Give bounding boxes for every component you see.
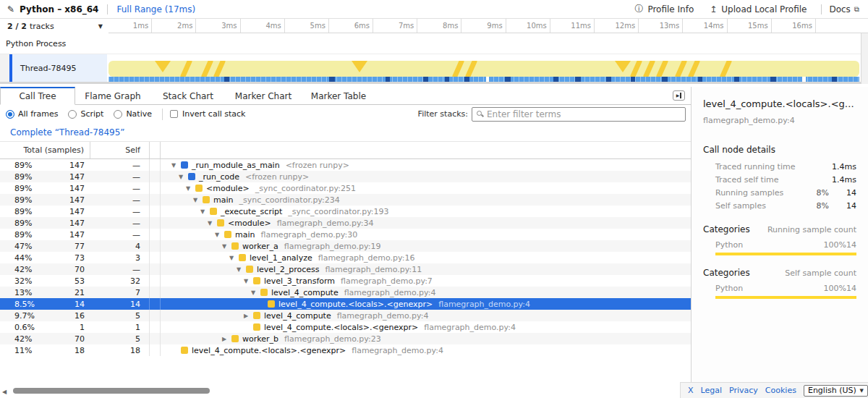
table-row[interactable]: 89%147—▼_run_code<frozen runpy> [0,171,691,182]
breadcrumb[interactable]: Complete “Thread-78495” [10,127,125,137]
docs-link[interactable]: Docs ⧉ [829,4,859,14]
file-location: flamegraph_demo.py:4 [352,346,443,355]
radio-label: Script [80,109,103,119]
expand-arrow-icon[interactable]: ▼ [229,255,239,261]
expand-arrow-icon[interactable]: ▼ [215,232,224,238]
ruler-tick: 2ms [156,19,196,33]
radio-script[interactable]: Script [62,109,108,119]
expand-arrow-icon[interactable]: ▼ [193,197,203,203]
cell-self-samples: 1 [90,321,150,333]
table-row[interactable]: 89%147—▼_run_module_as_main<frozen runpy… [0,159,691,171]
upload-icon: ↥ [710,4,717,14]
scroll-left-arrow-icon[interactable]: ◀ [2,389,7,395]
category-row: Python100%14 [715,238,856,251]
table-row[interactable]: 47%774▼worker_aflamegraph_demo.py:19 [0,240,691,252]
invert-call-stack-checkbox[interactable] [170,110,178,118]
expand-arrow-icon[interactable]: ▼ [200,208,210,215]
radio-all-frames[interactable]: All frames [0,109,62,119]
expand-arrow-icon[interactable]: ▼ [179,174,188,180]
tree-cell: level_4_compute.<locals>.<genexpr>flameg… [161,321,691,333]
expand-arrow-icon[interactable]: ▼ [222,243,231,250]
expand-arrow-icon[interactable]: ▶ [244,313,253,319]
full-range-button[interactable]: Full Range (17ms) [116,4,195,14]
thread-activity-graph[interactable] [109,61,859,77]
table-row[interactable]: 11%1818level_4_compute.<locals>.<genexpr… [0,344,691,356]
table-row[interactable]: 42%70—▼level_2_processflamegraph_demo.py… [0,263,691,275]
process-track[interactable]: Python Process [0,33,861,54]
thread-track-label[interactable]: Thread-78495 [12,54,107,82]
table-row[interactable]: 89%147—▼<module>_sync_coordinator.py:251 [0,182,691,194]
profile-name-group[interactable]: ✎ Python – x86_64 [0,4,98,14]
category-square-icon [239,254,246,261]
profile-info-button[interactable]: ⓘ Profile Info [634,3,694,15]
sidebar-detail-row: Traced running time1.4ms [715,160,856,173]
footer-link-cookies[interactable]: Cookies [765,386,796,395]
expand-arrow-icon[interactable]: ▶ [222,336,231,342]
cell-total-percent: 89% [0,217,40,229]
tree-cell: ▼main_sync_coordinator.py:234 [161,194,691,206]
horizontal-scrollbar-thumb[interactable] [13,388,210,394]
category-color-bar [715,296,856,299]
cell-total-samples: 147 [40,194,90,206]
call-tree-rows: 89%147—▼_run_module_as_main<frozen runpy… [0,159,691,356]
table-row[interactable]: 0.6%11level_4_compute.<locals>.<genexpr>… [0,321,691,333]
column-header-self[interactable]: Self [90,142,150,158]
file-location: _sync_coordinator.py:251 [255,184,356,193]
table-row[interactable]: 9.7%165▶level_4_computeflamegraph_demo.p… [0,310,691,321]
tab-flame-graph[interactable]: Flame Graph [75,87,150,105]
function-name: level_2_process [257,265,319,274]
footer-link-x[interactable]: X [688,386,694,395]
cell-gap [150,240,161,252]
table-row[interactable]: 32%5332▼level_3_transformflamegraph_demo… [0,275,691,287]
category-square-icon [181,347,188,354]
tab-marker-table[interactable]: Marker Table [301,87,376,105]
tab-marker-chart[interactable]: Marker Chart [226,87,301,105]
file-location: flamegraph_demo.py:11 [325,265,422,274]
column-header-total[interactable]: Total (samples) [0,142,90,158]
filter-search-input[interactable] [487,109,681,119]
footer-link-privacy[interactable]: Privacy [729,386,758,395]
cell-total-samples: 147 [40,159,90,171]
expand-arrow-icon[interactable]: ▼ [244,278,253,284]
cell-total-percent: 13% [0,287,40,298]
table-row[interactable]: 89%147—▼_execute_script_sync_coordinator… [0,206,691,217]
table-row[interactable]: 89%147—▼<module>flamegraph_demo.py:34 [0,217,691,229]
expand-arrow-icon[interactable]: ▼ [171,162,181,169]
function-name: level_4_compute [271,288,339,297]
table-row[interactable]: 44%733▼level_1_analyzeflamegraph_demo.py… [0,252,691,263]
table-row[interactable]: 8.5%1414level_4_compute.<locals>.<genexp… [0,298,691,310]
footer-link-legal[interactable]: Legal [701,386,722,395]
expand-arrow-icon[interactable]: ▼ [208,220,217,226]
tracks-dropdown[interactable]: 2 / 2 tracks ▼ [0,19,109,33]
function-name: level_4_compute [264,311,331,321]
cell-gap [150,252,161,263]
upload-profile-button[interactable]: ↥ Upload Local Profile [710,4,807,14]
expand-arrow-icon[interactable]: ▼ [186,185,195,192]
footer-links: XLegalPrivacyCookies [688,386,804,395]
file-location: flamegraph_demo.py:23 [284,334,381,344]
call-tree-header: Total (samples) Self [0,142,691,159]
expand-arrow-icon[interactable]: ▼ [237,266,246,273]
sample-segment [698,77,702,82]
sidebar-toggle-button[interactable]: ▶ [673,90,685,101]
tab-call-tree[interactable]: Call Tree [0,87,75,105]
table-row[interactable]: 42%705▶worker_bflamegraph_demo.py:23 [0,333,691,344]
cell-total-percent: 32% [0,275,40,287]
filter-search-box[interactable] [472,107,686,122]
tracks-vertical-scrollbar[interactable] [861,33,868,84]
thread-track[interactable]: Thread-78495 [0,54,861,82]
thread-sample-strip[interactable] [109,77,859,82]
table-row[interactable]: 89%147—▼mainflamegraph_demo.py:30 [0,229,691,240]
expand-arrow-icon[interactable]: ▼ [251,289,260,296]
table-row[interactable]: 89%147—▼main_sync_coordinator.py:234 [0,194,691,206]
radio-icon [68,110,77,119]
language-select[interactable]: English (US) ▼ [804,385,868,397]
category-square-icon [253,323,260,331]
tab-stack-chart[interactable]: Stack Chart [150,87,226,105]
ruler-tick: 16ms [775,19,816,33]
radio-native[interactable]: Native [108,109,156,119]
profile-title: Python – x86_64 [20,4,98,14]
tree-cell: ▼<module>_sync_coordinator.py:251 [161,182,691,194]
ruler-tick: 13ms [642,19,683,33]
table-row[interactable]: 13%217▼level_4_computeflamegraph_demo.py… [0,287,691,298]
